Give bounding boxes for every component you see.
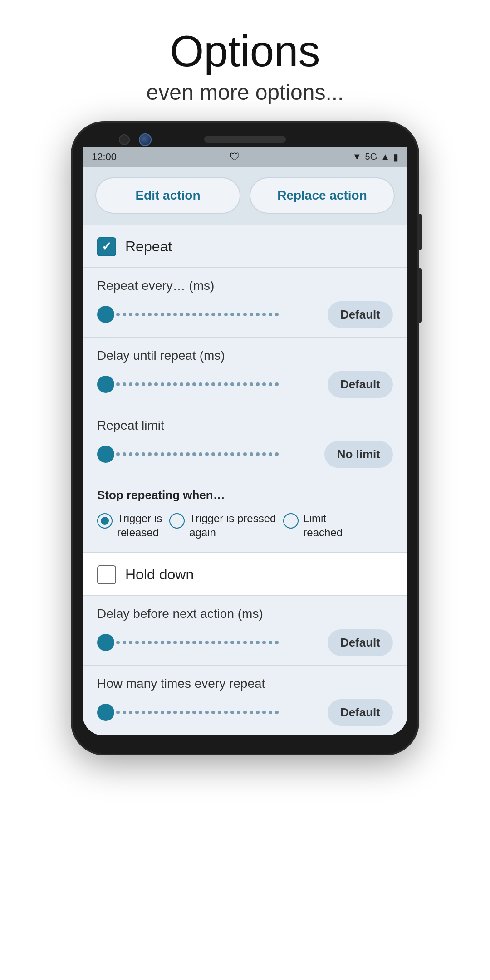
slider-dot	[199, 641, 202, 644]
slider-dot	[275, 452, 279, 456]
radio-trigger-released[interactable]: Trigger isreleased	[97, 511, 162, 539]
slider-dot	[237, 313, 240, 316]
stop-repeating-label: Stop repeating when…	[97, 488, 393, 502]
slider-dot	[180, 452, 183, 456]
slider-dot	[186, 710, 190, 714]
hold-down-checkbox[interactable]	[97, 565, 116, 584]
delay-repeat-value[interactable]: Default	[328, 371, 393, 398]
slider-dot	[129, 452, 132, 456]
slider-dot	[148, 710, 152, 714]
status-right: ▼ 5G ▲ ▮	[353, 152, 398, 162]
delay-next-value[interactable]: Default	[328, 629, 393, 656]
slider-dot	[129, 382, 132, 386]
slider-dot	[192, 313, 196, 316]
delay-repeat-label: Delay until repeat (ms)	[97, 348, 393, 363]
repeat-every-thumb[interactable]	[97, 306, 114, 323]
slider-dot	[142, 710, 145, 714]
radio-circle-released	[97, 513, 113, 529]
repeat-limit-thumb[interactable]	[97, 446, 114, 463]
slider-dot	[167, 382, 171, 386]
page-subtitle: even more options...	[147, 80, 344, 105]
slider-dot	[116, 641, 120, 644]
slider-dot	[180, 313, 183, 316]
slider-dot	[122, 382, 126, 386]
slider-dot	[192, 382, 196, 386]
slider-dot	[199, 710, 202, 714]
radio-trigger-pressed[interactable]: Trigger is pressedagain	[169, 511, 276, 539]
slider-dot	[250, 641, 253, 644]
how-many-times-section: How many times every repeat Default	[83, 666, 407, 735]
slider-dot	[237, 710, 240, 714]
edit-action-button[interactable]: Edit action	[95, 177, 240, 214]
slider-dot	[154, 710, 158, 714]
slider-dot	[142, 641, 145, 644]
camera-area	[119, 133, 152, 146]
repeat-limit-value[interactable]: No limit	[324, 441, 393, 468]
slider-dot	[122, 641, 126, 644]
slider-dot	[262, 710, 266, 714]
slider-dot	[161, 641, 164, 644]
delay-repeat-track	[97, 376, 320, 393]
slider-dot	[224, 710, 228, 714]
status-bar: 12:00 🛡 ▼ 5G ▲ ▮	[83, 147, 407, 167]
slider-dot	[211, 710, 215, 714]
battery-icon: ▮	[393, 152, 398, 162]
repeat-row: Repeat	[97, 237, 393, 256]
delay-repeat-dots	[116, 382, 320, 386]
slider-dot	[192, 452, 196, 456]
slider-dot	[180, 710, 183, 714]
slider-dot	[205, 452, 209, 456]
slider-dot	[122, 710, 126, 714]
page-title: Options	[147, 27, 344, 75]
slider-dot	[218, 382, 221, 386]
slider-dot	[129, 641, 132, 644]
slider-dot	[154, 452, 158, 456]
slider-dot	[262, 382, 266, 386]
radio-circle-pressed	[169, 513, 185, 529]
how-many-times-thumb[interactable]	[97, 704, 114, 721]
slider-dot	[148, 382, 152, 386]
slider-dot	[116, 710, 120, 714]
delay-repeat-section: Delay until repeat (ms) Default	[83, 338, 407, 407]
slider-dot	[237, 452, 240, 456]
slider-dot	[148, 313, 152, 316]
slider-dot	[243, 710, 247, 714]
slider-dot	[230, 382, 234, 386]
slider-dot	[224, 452, 228, 456]
radio-limit-reached[interactable]: Limitreached	[283, 511, 343, 539]
slider-dot	[161, 382, 164, 386]
slider-dot	[230, 452, 234, 456]
delay-repeat-thumb[interactable]	[97, 376, 114, 393]
slider-dot	[275, 641, 279, 644]
repeat-checkbox[interactable]	[97, 237, 116, 256]
repeat-every-value[interactable]: Default	[328, 301, 393, 328]
how-many-times-dots	[116, 710, 320, 714]
delay-next-section: Delay before next action (ms) Default	[83, 596, 407, 666]
delay-repeat-slider-row: Default	[97, 371, 393, 398]
delay-next-thumb[interactable]	[97, 634, 114, 651]
replace-action-button[interactable]: Replace action	[250, 177, 395, 214]
wifi-icon: ▼	[353, 152, 362, 162]
radio-label-limit: Limitreached	[303, 511, 343, 539]
repeat-limit-label: Repeat limit	[97, 418, 393, 433]
slider-dot	[256, 641, 260, 644]
slider-dot	[269, 382, 272, 386]
slider-dot	[275, 382, 279, 386]
how-many-times-value[interactable]: Default	[328, 699, 393, 726]
slider-dot	[211, 313, 215, 316]
slider-dot	[243, 452, 247, 456]
slider-dot	[256, 452, 260, 456]
repeat-limit-section: Repeat limit No limit	[83, 407, 407, 477]
slider-dot	[218, 313, 221, 316]
slider-dot	[135, 313, 139, 316]
network-type: 5G	[365, 152, 377, 162]
slider-dot	[186, 313, 190, 316]
slider-dot	[275, 710, 279, 714]
slider-dot	[237, 641, 240, 644]
slider-dot	[122, 313, 126, 316]
slider-dot	[192, 641, 196, 644]
slider-dot	[230, 710, 234, 714]
slider-dot	[142, 313, 145, 316]
hold-down-label: Hold down	[125, 566, 194, 583]
slider-dot	[161, 710, 164, 714]
